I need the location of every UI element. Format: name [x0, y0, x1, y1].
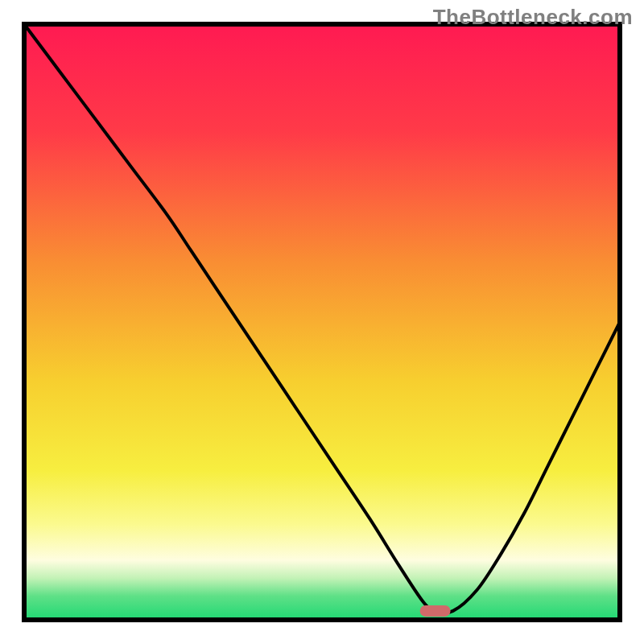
chart-svg [0, 0, 644, 644]
plot-background [24, 24, 620, 620]
watermark-text: TheBottleneck.com [433, 5, 633, 30]
optimal-marker [420, 605, 451, 617]
chart-frame: TheBottleneck.com [0, 0, 644, 644]
